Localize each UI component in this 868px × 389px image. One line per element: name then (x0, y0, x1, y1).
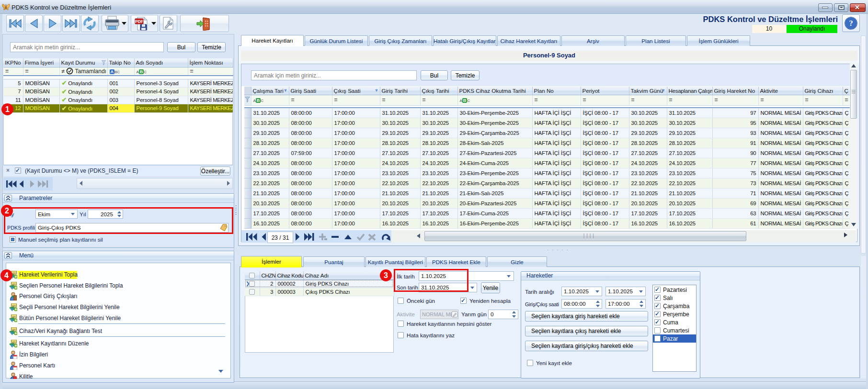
svg-text:PDF: PDF (135, 19, 143, 24)
svg-text:?: ? (849, 19, 853, 28)
